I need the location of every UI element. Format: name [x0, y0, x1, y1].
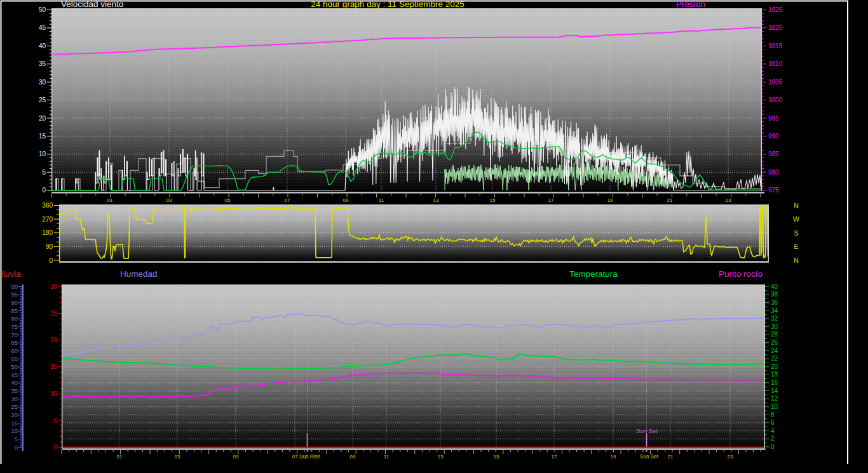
svg-text:36: 36 [771, 299, 778, 306]
svg-text:90: 90 [11, 299, 18, 306]
svg-text:13: 13 [438, 454, 444, 460]
svg-text:Presión: Presión [676, 0, 705, 9]
svg-text:10: 10 [771, 403, 778, 410]
svg-text:75: 75 [11, 323, 18, 330]
svg-text:10: 10 [39, 150, 46, 157]
svg-text:25: 25 [39, 97, 46, 103]
svg-text:09: 09 [350, 454, 356, 460]
svg-text:85: 85 [11, 307, 18, 314]
svg-text:45: 45 [39, 24, 46, 31]
svg-text:21: 21 [667, 197, 673, 203]
svg-text:30: 30 [50, 283, 58, 290]
svg-text:24: 24 [771, 347, 778, 354]
svg-text:1015: 1015 [768, 43, 783, 50]
svg-text:23: 23 [728, 454, 733, 460]
svg-text:23: 23 [726, 197, 731, 203]
svg-text:980: 980 [768, 169, 779, 176]
svg-text:2: 2 [771, 435, 775, 442]
svg-text:0: 0 [53, 444, 57, 451]
svg-text:14: 14 [771, 387, 778, 394]
svg-text:15: 15 [11, 420, 18, 427]
svg-text:19: 19 [611, 454, 616, 460]
svg-text:13: 13 [433, 197, 439, 203]
svg-text:Punto rocío: Punto rocío [719, 269, 763, 279]
svg-text:0: 0 [15, 444, 18, 451]
svg-text:0: 0 [771, 443, 775, 450]
svg-text:30: 30 [771, 323, 778, 330]
svg-text:38: 38 [771, 291, 778, 298]
svg-text:985: 985 [768, 150, 779, 157]
svg-text:11: 11 [379, 197, 384, 203]
svg-text:20: 20 [11, 411, 18, 418]
svg-text:12: 12 [771, 395, 778, 402]
svg-text:00: 00 [11, 283, 18, 290]
svg-text:20: 20 [39, 115, 46, 122]
svg-text:30: 30 [39, 79, 46, 86]
svg-text:20: 20 [50, 336, 58, 343]
svg-text:01: 01 [117, 454, 123, 460]
svg-text:05: 05 [233, 454, 239, 460]
svg-text:5: 5 [53, 417, 57, 424]
svg-text:05: 05 [225, 197, 231, 203]
svg-text:70: 70 [11, 331, 18, 338]
svg-text:32: 32 [771, 315, 778, 322]
svg-text:55: 55 [11, 356, 18, 363]
svg-text:1010: 1010 [768, 60, 783, 67]
svg-text:50: 50 [11, 363, 18, 370]
svg-text:15: 15 [490, 197, 496, 203]
svg-text:Velocidad viento: Velocidad viento [61, 0, 123, 9]
svg-text:15: 15 [50, 363, 58, 370]
svg-text:Temperatura: Temperatura [569, 269, 618, 279]
svg-text:20: 20 [771, 363, 778, 370]
svg-text:Humedad: Humedad [120, 269, 158, 279]
svg-text:15: 15 [494, 454, 499, 460]
svg-text:21: 21 [668, 454, 674, 460]
svg-text:17: 17 [552, 454, 557, 460]
svg-text:22: 22 [771, 355, 778, 362]
svg-text:24 hour graph day : 11 Septiem: 24 hour graph day : 11 Septiembre 2025 [311, 0, 464, 9]
svg-text:19: 19 [607, 197, 613, 203]
svg-text:270: 270 [42, 216, 53, 223]
svg-text:Sun Set: Sun Set [636, 427, 658, 434]
svg-text:65: 65 [11, 339, 18, 346]
svg-text:1005: 1005 [768, 79, 783, 86]
svg-text:180: 180 [42, 229, 53, 236]
svg-text:07: 07 [292, 454, 298, 460]
svg-text:1020: 1020 [768, 24, 783, 31]
svg-text:8: 8 [771, 411, 775, 418]
svg-text:18: 18 [771, 371, 778, 378]
svg-text:16: 16 [771, 379, 778, 386]
svg-text:07: 07 [285, 197, 290, 203]
svg-text:Sun Set: Sun Set [640, 454, 659, 460]
svg-text:35: 35 [11, 387, 18, 394]
svg-text:N: N [794, 256, 799, 264]
svg-text:45: 45 [11, 371, 18, 378]
svg-text:03: 03 [175, 454, 180, 460]
svg-text:03: 03 [166, 197, 172, 203]
svg-text:E: E [794, 243, 798, 250]
svg-text:40: 40 [39, 43, 46, 50]
svg-text:10: 10 [11, 427, 18, 434]
svg-text:995: 995 [768, 115, 779, 122]
svg-text:01: 01 [107, 197, 113, 203]
svg-text:80: 80 [11, 315, 18, 322]
svg-text:0: 0 [49, 257, 53, 264]
svg-text:60: 60 [11, 347, 18, 354]
svg-text:15: 15 [39, 133, 46, 140]
svg-text:34: 34 [771, 307, 778, 314]
svg-text:28: 28 [771, 331, 778, 338]
svg-text:990: 990 [768, 133, 779, 140]
svg-text:6: 6 [771, 419, 775, 426]
svg-text:17: 17 [548, 197, 554, 203]
svg-text:0: 0 [42, 187, 46, 194]
svg-text:25: 25 [50, 310, 58, 317]
svg-text:35: 35 [39, 60, 46, 67]
svg-text:S: S [794, 229, 798, 237]
svg-text:40: 40 [771, 283, 778, 290]
svg-text:40: 40 [11, 379, 18, 386]
svg-text:360: 360 [42, 202, 53, 209]
svg-text:09: 09 [343, 197, 349, 203]
svg-text:25: 25 [11, 403, 18, 410]
svg-text:95: 95 [11, 291, 18, 298]
svg-text:N: N [794, 202, 799, 210]
